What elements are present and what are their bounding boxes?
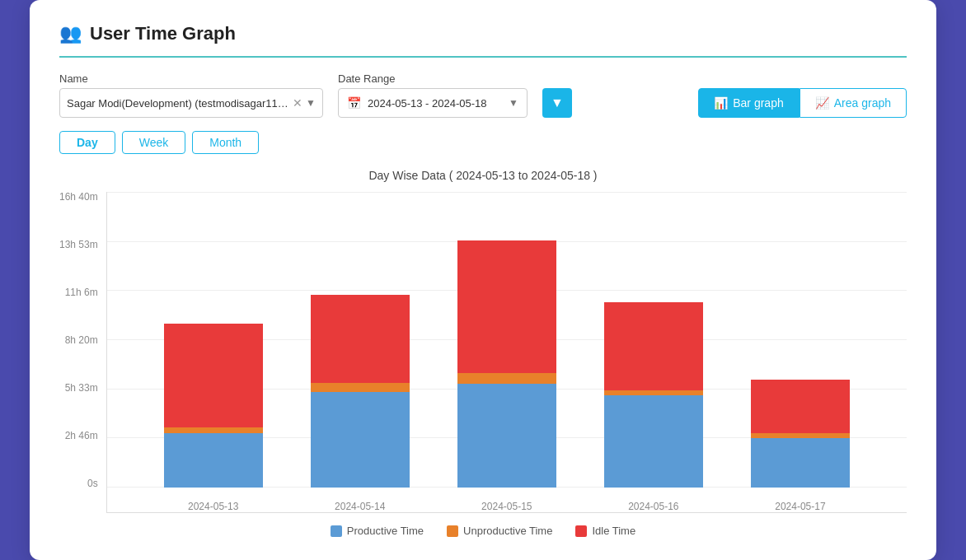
legend-dot-idle xyxy=(575,525,587,537)
legend-item: Productive Time xyxy=(331,525,424,537)
name-dropdown-icon[interactable]: ▼ xyxy=(306,97,316,109)
productive-segment xyxy=(751,438,850,488)
name-select[interactable]: Sagar Modi(Development) (testmodisagar11… xyxy=(59,88,323,118)
bars-area: 2024-05-132024-05-142024-05-152024-05-16… xyxy=(106,192,907,513)
bar-stack xyxy=(164,324,263,488)
y-axis-label: 0s xyxy=(87,478,98,488)
unproductive-segment xyxy=(311,383,410,392)
name-control-group: Name Sagar Modi(Development) (testmodisa… xyxy=(59,72,323,118)
bar-graph-label: Bar graph xyxy=(733,96,783,110)
bar-group xyxy=(751,380,850,488)
bar-graph-button[interactable]: 📊 Bar graph xyxy=(698,88,799,118)
name-select-value: Sagar Modi(Development) (testmodisagar11… xyxy=(67,97,293,110)
legend-item: Idle Time xyxy=(575,525,635,537)
productive-segment xyxy=(604,395,703,488)
filter-button[interactable]: ▼ xyxy=(542,88,572,118)
idle-segment xyxy=(164,324,263,427)
y-axis-label: 5h 33m xyxy=(65,383,98,393)
idle-segment xyxy=(604,302,703,390)
unproductive-segment xyxy=(164,427,263,434)
y-axis-label: 13h 53m xyxy=(59,240,98,250)
bar-group xyxy=(311,295,410,488)
bar-group xyxy=(457,240,556,488)
filter-icon: ▼ xyxy=(551,96,564,110)
x-labels: 2024-05-132024-05-142024-05-152024-05-16… xyxy=(107,501,907,512)
x-axis-label: 2024-05-17 xyxy=(751,501,850,512)
card-header: 👥 User Time Graph xyxy=(59,23,907,58)
calendar-icon: 📅 xyxy=(347,96,361,110)
area-graph-button[interactable]: 📈 Area graph xyxy=(800,88,907,118)
legend-label: Unproductive Time xyxy=(463,525,552,537)
legend-dot-productive xyxy=(331,525,342,537)
x-axis-label: 2024-05-16 xyxy=(604,501,703,512)
x-axis-label: 2024-05-13 xyxy=(164,501,263,512)
y-axis-label: 16h 40m xyxy=(59,192,98,202)
legend: Productive TimeUnproductive TimeIdle Tim… xyxy=(59,525,907,537)
idle-segment xyxy=(751,380,850,434)
unproductive-segment xyxy=(457,373,556,384)
bar-stack xyxy=(457,240,556,488)
period-buttons: Day Week Month xyxy=(59,131,907,154)
bar-group xyxy=(604,302,703,488)
week-button[interactable]: Week xyxy=(122,131,186,154)
x-axis-label: 2024-05-15 xyxy=(457,501,556,512)
legend-label: Idle Time xyxy=(592,525,635,537)
y-axis: 16h 40m13h 53m11h 6m8h 20m5h 33m2h 46m0s xyxy=(59,192,106,513)
legend-label: Productive Time xyxy=(347,525,424,537)
name-clear-icon[interactable]: ✕ xyxy=(293,96,302,110)
page-title: User Time Graph xyxy=(90,23,236,44)
controls-row: Name Sagar Modi(Development) (testmodisa… xyxy=(59,72,907,118)
legend-dot-unproductive xyxy=(447,525,458,537)
month-button[interactable]: Month xyxy=(192,131,259,154)
chart-title: Day Wise Data ( 2024-05-13 to 2024-05-18… xyxy=(59,169,907,182)
productive-segment xyxy=(164,433,263,488)
date-range-dropdown-icon[interactable]: ▼ xyxy=(509,97,518,109)
graph-type-buttons: 📊 Bar graph 📈 Area graph xyxy=(698,88,907,118)
bar-stack xyxy=(311,295,410,488)
bar-stack xyxy=(604,302,703,488)
area-graph-icon: 📈 xyxy=(815,96,829,110)
chart-area: 16h 40m13h 53m11h 6m8h 20m5h 33m2h 46m0s… xyxy=(59,192,907,513)
bar-group xyxy=(164,324,263,488)
date-range-picker[interactable]: 📅 2024-05-13 - 2024-05-18 ▼ xyxy=(338,88,528,118)
users-icon: 👥 xyxy=(59,23,82,44)
y-axis-label: 2h 46m xyxy=(65,431,98,441)
main-card: 👥 User Time Graph Name Sagar Modi(Develo… xyxy=(30,0,936,560)
bar-stack xyxy=(751,380,850,488)
productive-segment xyxy=(457,384,556,488)
date-range-value: 2024-05-13 - 2024-05-18 xyxy=(368,97,502,110)
productive-segment xyxy=(311,392,410,488)
idle-segment xyxy=(311,295,410,383)
day-button[interactable]: Day xyxy=(59,131,115,154)
idle-segment xyxy=(457,240,556,373)
bars-container xyxy=(107,192,907,488)
date-range-label: Date Range xyxy=(338,72,528,85)
chart-inner: 16h 40m13h 53m11h 6m8h 20m5h 33m2h 46m0s… xyxy=(59,192,907,513)
name-label: Name xyxy=(59,72,323,85)
y-axis-label: 8h 20m xyxy=(65,335,98,345)
bar-graph-icon: 📊 xyxy=(714,96,728,110)
legend-item: Unproductive Time xyxy=(447,525,552,537)
area-graph-label: Area graph xyxy=(834,96,891,110)
date-range-control-group: Date Range 📅 2024-05-13 - 2024-05-18 ▼ xyxy=(338,72,528,118)
x-axis-label: 2024-05-14 xyxy=(311,501,410,512)
y-axis-label: 11h 6m xyxy=(65,287,98,297)
